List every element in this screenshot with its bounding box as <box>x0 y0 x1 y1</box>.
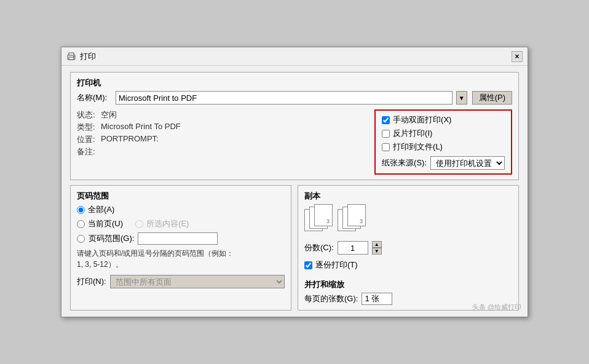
copy-icon-group-1: 1 2 3 1 <box>304 204 370 236</box>
svg-rect-2 <box>69 57 74 60</box>
svg-point-3 <box>73 56 74 57</box>
per-sheet-label: 每页的张数(G): <box>304 293 358 304</box>
selection-radio[interactable] <box>135 220 143 228</box>
reverse-print-row: 反片打印(I) <box>382 128 505 139</box>
reverse-print-label[interactable]: 反片打印(I) <box>393 128 432 139</box>
copies-count-label: 份数(C): <box>304 242 334 253</box>
printer-section-label: 打印机 <box>77 77 512 89</box>
title-bar-left: 打印 <box>66 51 96 62</box>
paper-source-select[interactable]: 使用打印机设置 <box>430 156 505 170</box>
type-value: Microsoft Print To PDF <box>101 122 181 133</box>
printer-name-label: 名称(M): <box>77 92 111 103</box>
printer-name-row: 名称(M): Microsoft Print to PDF ▼ 属性(P) <box>77 91 512 105</box>
hint-text: 请键入页码和/或用逗号分隔的页码范围（例如： 1, 3, 5-12）。 <box>77 248 285 270</box>
printer-dropdown-arrow[interactable]: ▼ <box>456 91 467 105</box>
all-pages-row: 全部(A) <box>77 204 285 215</box>
all-pages-radio[interactable] <box>77 206 85 214</box>
printer-select-wrapper: Microsoft Print to PDF ▼ <box>116 91 467 105</box>
type-row: 类型: Microsoft Print To PDF <box>77 122 368 133</box>
all-pages-label[interactable]: 全部(A) <box>88 204 114 215</box>
current-selection-row: 当前页(U) 所选内容(E) <box>77 218 285 229</box>
collate-label[interactable]: 逐份打印(T) <box>315 259 358 271</box>
page-range-label: 页码范围 <box>77 191 285 202</box>
print-dialog: 打印 × 打印机 名称(M): Microsoft Print to PDF ▼… <box>61 47 528 317</box>
manual-duplex-label[interactable]: 手动双面打印(X) <box>393 114 451 125</box>
collate-checkbox[interactable] <box>304 261 312 269</box>
copy-page-3: 3 <box>314 204 333 226</box>
properties-button[interactable]: 属性(P) <box>472 91 512 105</box>
dialog-body: 打印机 名称(M): Microsoft Print to PDF ▼ 属性(P… <box>61 66 528 317</box>
range-input-row: 页码范围(G): <box>77 232 285 245</box>
printer-right-checkboxes: 手动双面打印(X) 反片打印(I) 打印到文件(L) 纸张来源(S): 使用打印… <box>374 109 512 175</box>
printer-left-info: 状态: 空闲 类型: Microsoft Print To PDF 位置: PO… <box>77 109 368 175</box>
paper-source-label: 纸张来源(S): <box>382 157 427 168</box>
current-page-label[interactable]: 当前页(U) <box>88 218 123 229</box>
print-to-file-row: 打印到文件(L) <box>382 141 505 152</box>
copies-box: 副本 1 2 3 <box>298 185 519 311</box>
zoom-section: 并打和缩放 每页的张数(G): <box>304 279 512 305</box>
copies-count-input[interactable] <box>338 241 368 255</box>
copies-decrement-button[interactable]: ▼ <box>372 248 382 255</box>
status-label: 状态: <box>77 109 98 121</box>
collate-row: 逐份打印(T) <box>304 259 512 271</box>
status-row: 状态: 空闲 <box>77 109 368 121</box>
range-label[interactable]: 页码范围(G): <box>89 233 134 244</box>
selection-label[interactable]: 所选内容(E) <box>146 218 189 229</box>
copies-increment-button[interactable]: ▲ <box>372 241 382 248</box>
copies-count-row: 份数(C): ▲ ▼ <box>304 241 512 255</box>
printer-right-panel: 状态: 空闲 类型: Microsoft Print To PDF 位置: PO… <box>77 109 512 175</box>
paper-source-row: 纸张来源(S): 使用打印机设置 <box>382 156 505 170</box>
print-range-select[interactable]: 范围中所有页面 <box>110 275 285 288</box>
copies-spinner: ▲ ▼ <box>372 241 382 255</box>
comment-label: 备注: <box>77 146 98 157</box>
location-value: PORTPROMPT: <box>101 134 159 145</box>
range-radio[interactable] <box>77 235 85 243</box>
page-range-box: 页码范围 全部(A) 当前页(U) 所选内容(E) <box>70 185 291 311</box>
comment-row: 备注: <box>77 146 368 157</box>
status-value: 空闲 <box>101 109 117 121</box>
range-text-input[interactable] <box>138 232 218 245</box>
location-row: 位置: PORTPROMPT: <box>77 134 368 145</box>
manual-duplex-row: 手动双面打印(X) <box>382 114 505 125</box>
print-to-file-checkbox[interactable] <box>382 143 390 151</box>
copies-icons: 1 2 3 1 <box>304 204 512 236</box>
print-to-file-label[interactable]: 打印到文件(L) <box>393 141 443 152</box>
bottom-section: 页码范围 全部(A) 当前页(U) 所选内容(E) <box>70 185 519 311</box>
print-dropdown-label: 打印(N): <box>77 276 106 287</box>
copy-page-6: 3 <box>347 204 366 226</box>
printer-name-dropdown[interactable]: Microsoft Print to PDF <box>116 91 453 105</box>
printer-icon <box>66 52 76 61</box>
current-page-row: 当前页(U) <box>77 218 123 229</box>
selection-row: 所选内容(E) <box>135 218 189 229</box>
close-button[interactable]: × <box>512 51 523 62</box>
print-dropdown-row: 打印(N): 范围中所有页面 <box>77 275 285 288</box>
type-label: 类型: <box>77 122 98 133</box>
title-bar: 打印 × <box>61 47 528 66</box>
zoom-section-label: 并打和缩放 <box>304 279 512 290</box>
copies-section-label: 副本 <box>304 191 512 202</box>
per-sheet-input[interactable] <box>362 293 392 305</box>
dialog-title: 打印 <box>80 51 96 62</box>
printer-section: 打印机 名称(M): Microsoft Print to PDF ▼ 属性(P… <box>70 72 519 180</box>
svg-rect-1 <box>69 53 74 55</box>
watermark: 头条 @绘威打印 <box>472 303 521 312</box>
current-page-radio[interactable] <box>77 220 85 228</box>
location-label: 位置: <box>77 134 98 145</box>
manual-duplex-checkbox[interactable] <box>382 116 390 124</box>
reverse-print-checkbox[interactable] <box>382 130 390 138</box>
